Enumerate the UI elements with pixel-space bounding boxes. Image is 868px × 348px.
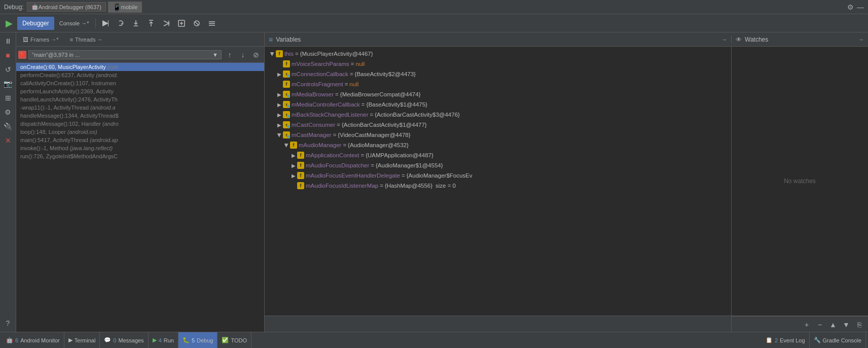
threads-tab[interactable]: ≡ Threads → xyxy=(65,35,107,44)
frame-text-8: loop():148, Looper xyxy=(20,129,67,135)
status-messages[interactable]: 💬 0 Messages xyxy=(100,332,148,348)
vars-watches-header: ≡ Variables → 👁 Watches → xyxy=(265,32,868,47)
var-row-mAudioFocusDispatcher[interactable]: ▶ f mAudioFocusDispatcher = {AudioManage… xyxy=(265,160,731,170)
frame-item-7[interactable]: dispatchMessage():102, Handler (andro xyxy=(16,120,264,128)
frame-item-1[interactable]: performCreate():6237, Activity (android. xyxy=(16,71,264,79)
var-row-mCastConsumer[interactable]: ▶ f mCastConsumer = {ActionBarCastActivi… xyxy=(265,120,731,130)
var-row-this[interactable]: ▶ f this = {MusicPlayerActivity@4467} xyxy=(265,49,731,59)
var-row-mVoiceSearchParams[interactable]: ▶ f mVoiceSearchParams = null xyxy=(265,59,731,69)
frame-item-6[interactable]: handleMessage():1344, ActivityThread$ xyxy=(16,112,264,120)
status-android-monitor[interactable]: 🤖 6 Android Monitor xyxy=(2,332,64,348)
status-run[interactable]: ▶ 4 Run xyxy=(149,332,178,348)
android-monitor-num: 6 xyxy=(15,337,18,343)
event-log-label: Event Log xyxy=(780,337,805,343)
thread-dropdown[interactable]: "main"@3,973 in ... ▼ xyxy=(28,50,222,59)
right-column: ≡ Variables → 👁 Watches → ▶ f xyxy=(265,32,868,332)
expand-mAudioFocusEventHandlerDelegate[interactable]: ▶ xyxy=(290,173,297,179)
var-row-mBackStackChangedListener[interactable]: ▶ f mBackStackChangedListener = {ActionB… xyxy=(265,110,731,120)
run-to-cursor-button[interactable] xyxy=(159,17,173,30)
camera-sidebar-btn[interactable]: 📷 xyxy=(2,77,15,90)
expand-mApplicationContext[interactable]: ▶ xyxy=(290,153,297,158)
pause-sidebar-btn[interactable]: ⏸ xyxy=(2,34,15,48)
watches-title: Watches xyxy=(745,36,768,43)
expand-mCastConsumer[interactable]: ▶ xyxy=(276,122,283,128)
help-sidebar-btn[interactable]: ? xyxy=(2,317,15,330)
var-row-mMediaControllerCallback[interactable]: ▶ f mMediaControllerCallback = {BaseActi… xyxy=(265,99,731,110)
frame-item-11[interactable]: run():726, ZygoteInit$MethodAndArgsC xyxy=(16,152,264,160)
step-into-button[interactable] xyxy=(129,17,143,30)
expand-mConnectionCallback[interactable]: ▶ xyxy=(276,72,283,77)
settings-sidebar-btn[interactable]: ⚙ xyxy=(2,106,15,119)
vars-pin-icon[interactable]: → xyxy=(721,37,727,43)
var-row-mCastManager[interactable]: ▶ f mCastManager = {VideoCastManager@447… xyxy=(265,130,731,140)
frame-item-3[interactable]: performLaunchActivity():2369, Activity xyxy=(16,87,264,95)
expand-mAudioFocusDispatcher[interactable]: ▶ xyxy=(290,163,297,168)
close-sidebar-btn[interactable]: ✕ xyxy=(2,134,15,147)
grid-sidebar-btn[interactable]: ⊞ xyxy=(2,91,15,105)
mute-button[interactable] xyxy=(190,17,204,30)
status-todo[interactable]: ✅ TODO xyxy=(218,332,251,348)
expand-this[interactable]: ▶ xyxy=(270,50,275,57)
frame-item-0[interactable]: onCreate():60, MusicPlayerActivity (con xyxy=(16,63,264,71)
frames-tab[interactable]: 🖼 Frames →* xyxy=(18,35,63,44)
todo-label: TODO xyxy=(231,337,247,343)
watches-section-header: 👁 Watches → xyxy=(731,36,868,43)
left-sidebar: ⏸ ■ ↺ 📷 ⊞ ⚙ 🔌 ✕ ? xyxy=(0,32,16,332)
settings-icon[interactable]: ⚙ xyxy=(847,3,854,11)
var-row-mMediaBrowser[interactable]: ▶ f mMediaBrowser = {MediaBrowserCompat@… xyxy=(265,89,731,99)
frames-tab-label: Frames →* xyxy=(30,37,59,43)
nav-up-btn[interactable]: ↑ xyxy=(224,49,236,61)
frame-item-10[interactable]: invoke():-1, Method (java.lang.reflect) xyxy=(16,144,264,152)
filter-btn[interactable]: ⊘ xyxy=(250,49,262,61)
frame-item-8[interactable]: loop():148, Looper (android.os) xyxy=(16,128,264,136)
run-button[interactable]: ▶ xyxy=(2,17,16,30)
var-row-mAudioFocusIdListenerMap[interactable]: ▶ f mAudioFocusIdListenerMap = {HashMap@… xyxy=(265,181,731,191)
plugin-sidebar-btn[interactable]: 🔌 xyxy=(2,120,15,133)
variables-content[interactable]: ▶ f this = {MusicPlayerActivity@4467} ▶ … xyxy=(265,47,731,316)
expand-mCastManager[interactable]: ▶ xyxy=(277,131,282,138)
expand-mAudioManager[interactable]: ▶ xyxy=(284,142,290,149)
move-up-watch-button[interactable]: ▲ xyxy=(827,319,839,330)
step-over-button[interactable] xyxy=(114,17,128,30)
status-gradle-console[interactable]: 🔧 Gradle Console xyxy=(810,332,866,348)
copy-watch-button[interactable]: ⎘ xyxy=(854,319,865,330)
move-down-watch-button[interactable]: ▼ xyxy=(841,319,852,330)
var-row-mConnectionCallback[interactable]: ▶ f mConnectionCallback = {BaseActivity$… xyxy=(265,69,731,79)
frame-item-4[interactable]: handleLaunchActivity():2476, ActivityTh xyxy=(16,95,264,103)
expand-mMediaBrowser[interactable]: ▶ xyxy=(276,92,283,97)
status-debug[interactable]: 🐛 5 Debug xyxy=(178,332,218,348)
debug-tab-android-debugger[interactable]: 🤖 Android Debugger (8637) xyxy=(27,2,106,12)
minimize-icon[interactable]: — xyxy=(857,3,864,11)
frame-item-9[interactable]: main():5417, ActivityThread (android.ap xyxy=(16,136,264,144)
settings-btn-toolbar[interactable] xyxy=(205,17,219,30)
vars-section-header: ≡ Variables → xyxy=(265,36,731,44)
console-tab-button[interactable]: Console →* xyxy=(55,17,93,30)
var-row-mAudioFocusEventHandlerDelegate[interactable]: ▶ f mAudioFocusEventHandlerDelegate = {A… xyxy=(265,170,731,181)
frames-list[interactable]: onCreate():60, MusicPlayerActivity (con … xyxy=(16,63,264,332)
var-row-mApplicationContext[interactable]: ▶ f mApplicationContext = {UAMPApplicati… xyxy=(265,150,731,160)
debug-tab-mobile[interactable]: 📱 mobile xyxy=(108,2,142,13)
frame-item-2[interactable]: callActivityOnCreate():1107, Instrumen xyxy=(16,79,264,87)
stop-sidebar-btn[interactable]: ■ xyxy=(2,49,15,62)
debugger-tab-button[interactable]: Debugger xyxy=(17,17,54,30)
var-row-mAudioManager[interactable]: ▶ f mAudioManager = {AudioManager@4532} xyxy=(265,140,731,150)
expand-mMediaControllerCallback[interactable]: ▶ xyxy=(276,102,283,108)
field-icon-mCastConsumer: f xyxy=(283,121,290,128)
rerun-sidebar-btn[interactable]: ↺ xyxy=(2,63,15,76)
vars-watches-content: ▶ f this = {MusicPlayerActivity@4467} ▶ … xyxy=(265,47,868,316)
nav-down-btn[interactable]: ↓ xyxy=(237,49,249,61)
field-icon-mAudioFocusIdListenerMap: f xyxy=(297,182,304,189)
resume-button[interactable] xyxy=(98,17,113,30)
thread-dropdown-arrow: ▼ xyxy=(212,52,218,58)
add-watch-button[interactable]: + xyxy=(801,319,812,330)
status-event-log[interactable]: 📋 2 Event Log xyxy=(762,332,810,348)
expand-mBackStackChangedListener[interactable]: ▶ xyxy=(276,112,283,118)
remove-watch-button[interactable]: − xyxy=(814,319,825,330)
frame-item-5[interactable]: -wrap11():-1, ActivityThread (android.a xyxy=(16,103,264,112)
step-out-button[interactable] xyxy=(144,17,158,30)
watches-pin-icon[interactable]: → xyxy=(858,37,864,43)
var-row-mControlsFragment[interactable]: ▶ f mControlsFragment = null xyxy=(265,79,731,89)
evaluate-button[interactable] xyxy=(174,17,189,30)
status-terminal[interactable]: ▶ Terminal xyxy=(64,332,100,348)
field-icon-mAudioFocusEventHandlerDelegate: f xyxy=(297,172,304,179)
